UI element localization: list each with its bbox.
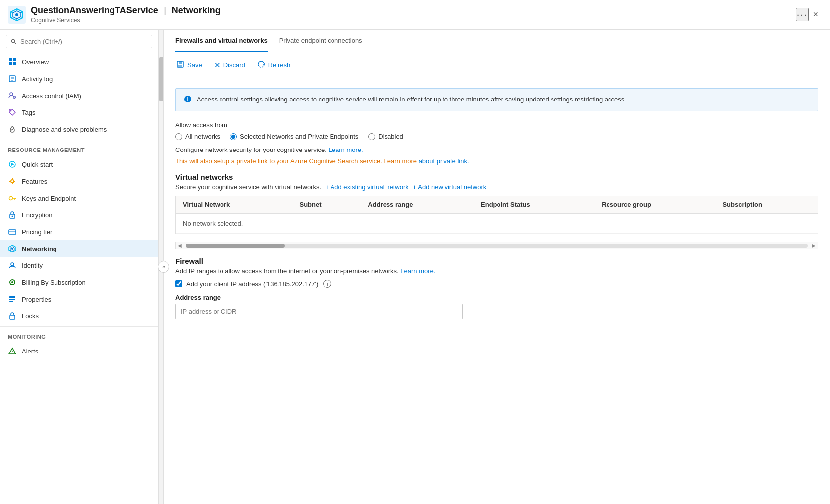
radio-selected-networks[interactable]: Selected Networks and Private Endpoints: [230, 133, 358, 140]
properties-icon: [8, 295, 17, 303]
radio-all-networks[interactable]: All networks: [175, 133, 220, 140]
col-virtual-network: Virtual Network: [176, 196, 293, 214]
virtual-networks-section: Virtual networks Secure your cognitive s…: [175, 173, 818, 249]
virtual-networks-heading: Virtual networks: [175, 173, 818, 181]
radio-disabled-input[interactable]: [368, 133, 375, 140]
identity-icon: [8, 261, 17, 270]
radio-all-networks-input[interactable]: [175, 133, 182, 140]
sidebar-item-activity-log[interactable]: Activity log: [0, 70, 158, 87]
radio-disabled[interactable]: Disabled: [368, 133, 403, 140]
tags-icon: [8, 108, 17, 117]
svg-rect-57: [178, 65, 182, 67]
client-ip-info-icon[interactable]: i: [323, 280, 331, 288]
more-options-button[interactable]: ···: [796, 8, 809, 21]
sidebar-item-encryption[interactable]: Encryption: [0, 206, 158, 223]
sidebar-item-alerts[interactable]: Alerts: [0, 343, 158, 359]
refresh-button[interactable]: Refresh: [256, 58, 292, 72]
col-subscription: Subscription: [716, 196, 818, 214]
sidebar-nav: Overview Activity log Access control (IA…: [0, 53, 158, 504]
sidebar-item-keys-endpoint[interactable]: Keys and Endpoint: [0, 190, 158, 206]
svg-point-18: [10, 93, 13, 96]
scrollbar-left-arrow[interactable]: ◀: [176, 243, 184, 248]
radio-group-access: All networks Selected Networks and Priva…: [175, 133, 818, 140]
firewall-desc: Add IP ranges to allow access from the i…: [175, 267, 818, 275]
svg-text:i: i: [187, 96, 188, 102]
sidebar-item-properties[interactable]: Properties: [0, 291, 158, 307]
client-ip-checkbox[interactable]: [175, 280, 182, 287]
firewall-learn-more-link[interactable]: Learn more.: [400, 267, 435, 275]
sidebar-label-billing: Billing By Subscription: [22, 279, 86, 286]
sidebar-label-pricing-tier: Pricing tier: [22, 228, 52, 236]
discard-button[interactable]: ✕ Discard: [213, 59, 246, 72]
svg-rect-13: [13, 62, 16, 65]
sidebar-label-features: Features: [22, 178, 47, 185]
save-button[interactable]: Save: [175, 58, 203, 72]
allow-access-section: Allow access from All networks Selected …: [175, 121, 818, 165]
info-icon: i: [184, 95, 192, 105]
content-area: Firewalls and virtual networks Private e…: [164, 30, 830, 504]
svg-point-22: [10, 110, 12, 112]
tab-firewalls[interactable]: Firewalls and virtual networks: [175, 30, 268, 52]
sidebar-scrollbar-thumb[interactable]: [159, 57, 163, 101]
address-range-input[interactable]: [175, 304, 463, 319]
overview-icon: [8, 57, 17, 66]
sidebar-item-diagnose[interactable]: Diagnose and solve problems: [0, 121, 158, 138]
activity-log-icon: [8, 74, 17, 83]
svg-point-54: [12, 353, 13, 353]
iam-icon: [8, 91, 17, 100]
svg-line-24: [12, 128, 14, 130]
sidebar-item-billing[interactable]: Billing By Subscription: [0, 274, 158, 291]
virtual-network-table: Virtual Network Subnet Address range End…: [175, 196, 818, 234]
sidebar-collapse-button[interactable]: «: [158, 261, 169, 273]
info-banner-text: Access control settings allowing access …: [197, 95, 626, 104]
sidebar-item-features[interactable]: Features: [0, 173, 158, 190]
keys-icon: [8, 194, 17, 202]
billing-icon: [8, 278, 17, 287]
table-horizontal-scrollbar[interactable]: ◀ ▶: [175, 242, 818, 249]
sidebar-label-access-control: Access control (IAM): [22, 92, 81, 100]
sidebar-label-networking: Networking: [22, 245, 57, 252]
sidebar-label-overview: Overview: [22, 58, 49, 66]
sidebar-wrapper: Overview Activity log Access control (IA…: [0, 30, 164, 504]
refresh-label: Refresh: [268, 61, 291, 69]
svg-point-3: [15, 13, 18, 16]
sidebar-item-tags[interactable]: Tags: [0, 104, 158, 121]
scrollbar-track[interactable]: [186, 244, 808, 248]
sidebar-item-quick-start[interactable]: Quick start: [0, 156, 158, 173]
client-ip-label: Add your client IP address ('136.185.202…: [186, 280, 318, 288]
radio-selected-networks-input[interactable]: [230, 133, 237, 140]
add-new-vnet-link[interactable]: + Add new virtual network: [413, 183, 487, 191]
firewall-heading: Firewall: [175, 257, 818, 265]
learn-more-link[interactable]: Learn more.: [329, 146, 363, 153]
close-button[interactable]: ×: [809, 7, 822, 22]
svg-point-38: [12, 216, 13, 217]
sidebar-label-encryption: Encryption: [22, 211, 52, 219]
header-subtitle: Cognitive Services: [31, 17, 788, 24]
sidebar-item-access-control[interactable]: Access control (IAM): [0, 87, 158, 104]
svg-rect-12: [9, 62, 12, 65]
scrollbar-thumb[interactable]: [186, 244, 285, 248]
configure-text: Configure network security for your cogn…: [175, 146, 818, 153]
firewall-section: Firewall Add IP ranges to allow access f…: [175, 257, 818, 319]
sidebar-item-locks[interactable]: Locks: [0, 307, 158, 324]
radio-disabled-label: Disabled: [378, 133, 403, 140]
sidebar-search: [0, 30, 158, 53]
add-existing-vnet-link[interactable]: + Add existing virtual network: [325, 183, 409, 191]
about-private-link[interactable]: about private link.: [419, 157, 469, 165]
alerts-icon: [8, 347, 17, 355]
svg-rect-10: [9, 58, 12, 61]
svg-point-47: [11, 281, 13, 283]
svg-point-44: [11, 263, 14, 266]
sidebar-item-identity[interactable]: Identity: [0, 257, 158, 274]
search-input[interactable]: [6, 35, 152, 48]
sidebar-item-pricing-tier[interactable]: Pricing tier: [0, 223, 158, 240]
sidebar-label-diagnose: Diagnose and solve problems: [22, 126, 107, 133]
no-network-text: No network selected.: [176, 214, 818, 234]
sidebar-item-overview[interactable]: Overview: [0, 53, 158, 70]
col-subnet: Subnet: [293, 196, 361, 214]
tab-private-endpoints[interactable]: Private endpoint connections: [279, 30, 362, 52]
sidebar-item-networking[interactable]: Networking: [0, 240, 158, 257]
locks-icon: [8, 311, 17, 320]
scrollbar-right-arrow[interactable]: ▶: [810, 243, 818, 248]
tab-bar: Firewalls and virtual networks Private e…: [164, 30, 830, 52]
